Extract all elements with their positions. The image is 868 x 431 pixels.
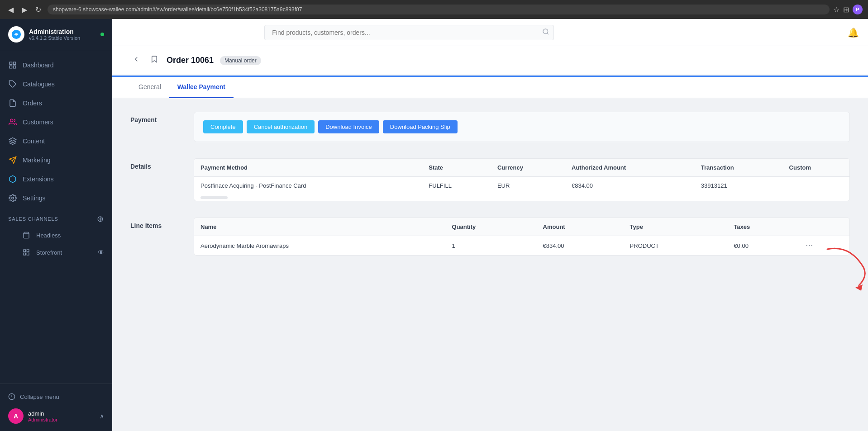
col-authorized-amount: Authorized Amount — [565, 159, 695, 177]
collapse-label: Collapse menu — [20, 393, 59, 400]
tab-wallee-payment[interactable]: Wallee Payment — [169, 77, 234, 98]
customers-icon — [8, 118, 17, 127]
sidebar-item-storefront[interactable]: Storefront 👁 — [0, 244, 112, 261]
svg-point-6 — [10, 119, 13, 122]
cell-payment-method: Postfinace Acquiring - PostFinance Card — [194, 177, 422, 195]
cell-item-name: Aerodynamic Marble Aromawraps — [194, 236, 446, 256]
sidebar-item-marketing[interactable]: Marketing — [0, 151, 112, 170]
line-items-label: Line Items — [130, 218, 176, 256]
col-taxes: Taxes — [727, 218, 799, 236]
forward-button[interactable]: ▶ — [19, 5, 30, 15]
extensions-nav-icon — [8, 175, 17, 184]
sidebar-item-extensions[interactable]: Extensions — [0, 170, 112, 189]
marketing-icon — [8, 156, 17, 165]
svg-point-8 — [12, 197, 14, 199]
cell-state: FULFILL — [422, 177, 491, 195]
brand-name: Administration — [29, 28, 80, 35]
notification-bell-icon[interactable]: 🔔 — [848, 27, 859, 38]
browser-nav[interactable]: ◀ ▶ ↻ — [5, 5, 44, 15]
cell-item-taxes: €0.00 — [727, 236, 799, 256]
browser-chrome: ◀ ▶ ↻ shopware-6.showcase-wallee.com/adm… — [0, 0, 868, 19]
user-info: admin Administrator — [28, 410, 95, 422]
order-header: Order 10061 Manual order — [112, 46, 868, 76]
payment-label: Payment — [130, 112, 176, 142]
line-items-section: Line Items Name Quantity Amount Type Tax… — [130, 218, 850, 256]
sidebar: Administration v6.4.1.2 Stable Version D… — [0, 19, 112, 431]
tabs: General Wallee Payment — [130, 77, 850, 98]
star-icon[interactable]: ☆ — [833, 5, 839, 14]
svg-rect-11 — [27, 250, 29, 252]
col-type: Type — [624, 218, 728, 236]
tab-general[interactable]: General — [130, 77, 169, 98]
headless-icon — [22, 231, 31, 240]
col-amount: Amount — [537, 218, 624, 236]
user-profile[interactable]: A admin Administrator ∧ — [8, 404, 104, 426]
catalogues-label: Catalogues — [23, 81, 55, 88]
cell-authorized-amount: €834.00 — [565, 177, 695, 195]
reload-button[interactable]: ↻ — [33, 5, 44, 15]
search-input[interactable] — [264, 25, 554, 40]
address-bar[interactable]: shopware-6.showcase-wallee.com/admin#/sw… — [48, 5, 830, 14]
settings-label: Settings — [23, 194, 46, 202]
svg-marker-7 — [10, 138, 16, 142]
storefront-icon — [22, 248, 31, 257]
marketing-label: Marketing — [23, 156, 50, 164]
url-text: shopware-6.showcase-wallee.com/admin#/sw… — [53, 6, 824, 13]
row-actions-button[interactable]: ··· — [806, 242, 813, 249]
user-avatar: A — [8, 408, 24, 424]
sidebar-item-orders[interactable]: Orders — [0, 94, 112, 113]
svg-rect-2 — [14, 62, 16, 64]
col-payment-method: Payment Method — [194, 159, 422, 177]
extensions-icon[interactable]: ⊞ — [843, 5, 849, 14]
back-button[interactable]: ◀ — [5, 5, 16, 15]
user-chevron-icon: ∧ — [100, 412, 104, 420]
search-icon — [542, 28, 549, 37]
cell-custom — [783, 177, 849, 195]
details-card: Payment Method State Currency Authorized… — [194, 158, 850, 201]
dashboard-label: Dashboard — [23, 62, 54, 69]
cell-item-type: PRODUCT — [624, 236, 728, 256]
complete-button[interactable]: Complete — [203, 120, 243, 133]
user-avatar-browser[interactable]: P — [853, 5, 863, 14]
top-header: 🔔 — [112, 19, 868, 46]
col-name: Name — [194, 218, 446, 236]
storefront-visibility-icon[interactable]: 👁 — [98, 249, 104, 256]
add-sales-channel-button[interactable]: ⊕ — [97, 214, 104, 224]
payment-card: Complete Cancel authorization Download I… — [194, 112, 850, 142]
line-item-row: Aerodynamic Marble Aromawraps 1 €834.00 … — [194, 236, 849, 256]
details-table-scroll[interactable]: Payment Method State Currency Authorized… — [194, 159, 849, 201]
sidebar-nav: Dashboard Catalogues Orders Customers — [0, 50, 112, 384]
orders-label: Orders — [23, 99, 42, 107]
svg-rect-3 — [10, 66, 12, 68]
cell-item-actions[interactable]: ··· — [800, 236, 849, 256]
sidebar-item-content[interactable]: Content — [0, 132, 112, 151]
content-label: Content — [23, 137, 45, 145]
cell-item-quantity: 1 — [446, 236, 537, 256]
online-indicator — [100, 33, 104, 36]
horizontal-scrollbar[interactable] — [194, 194, 849, 201]
sidebar-item-settings[interactable]: Settings — [0, 189, 112, 208]
page-content: Order 10061 Manual order General Wallee … — [112, 46, 868, 431]
line-items-table: Name Quantity Amount Type Taxes — [194, 218, 849, 255]
download-invoice-button[interactable]: Download Invoice — [318, 120, 379, 133]
sidebar-item-catalogues[interactable]: Catalogues — [0, 75, 112, 94]
collapse-menu-button[interactable]: Collapse menu — [8, 389, 104, 404]
table-row: Postfinace Acquiring - PostFinance Card … — [194, 177, 849, 195]
download-packing-slip-button[interactable]: Download Packing Slip — [383, 120, 458, 133]
bookmark-button[interactable] — [148, 53, 160, 67]
cancel-authorization-button[interactable]: Cancel authorization — [247, 120, 315, 133]
back-button[interactable] — [130, 53, 142, 67]
svg-rect-1 — [10, 62, 12, 64]
sidebar-item-customers[interactable]: Customers — [0, 113, 112, 132]
col-currency: Currency — [491, 159, 565, 177]
details-table: Payment Method State Currency Authorized… — [194, 159, 849, 194]
settings-icon — [8, 194, 17, 203]
search-bar — [264, 25, 554, 40]
svg-rect-4 — [14, 66, 16, 68]
sidebar-header: Administration v6.4.1.2 Stable Version — [0, 19, 112, 50]
svg-rect-10 — [24, 250, 26, 252]
sidebar-item-headless[interactable]: Headless — [0, 227, 112, 244]
col-state: State — [422, 159, 491, 177]
sidebar-item-dashboard[interactable]: Dashboard — [0, 56, 112, 75]
brand-info: Administration v6.4.1.2 Stable Version — [29, 28, 80, 41]
